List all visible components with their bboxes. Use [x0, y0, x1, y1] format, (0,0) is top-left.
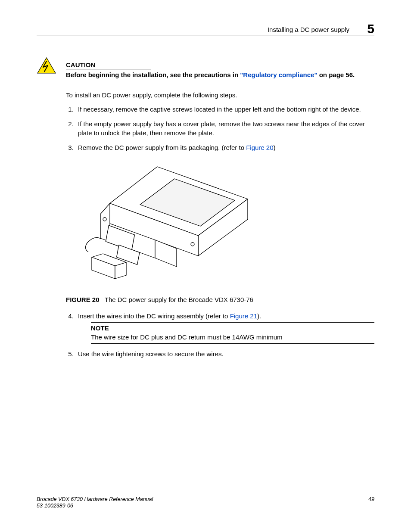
caution-text-after: on page 56. [318, 71, 355, 78]
note-rule-top [91, 322, 374, 323]
chapter-number: 5 [367, 22, 374, 36]
step-3-before: Remove the DC power supply from its pack… [78, 144, 246, 151]
note-label: NOTE [91, 324, 374, 333]
regulatory-compliance-link[interactable]: "Regulatory compliance" [240, 71, 317, 78]
step-4-before: Insert the wires into the DC wiring asse… [78, 312, 230, 320]
svg-marker-0 [37, 58, 56, 73]
caution-block: CAUTION Before beginning the installatio… [37, 61, 374, 78]
warning-icon [37, 57, 56, 74]
note-rule-bottom [91, 343, 374, 344]
page: Installing a DC power supply 5 CAUTION B… [0, 0, 411, 532]
caution-label: CAUTION [66, 61, 151, 69]
running-header: Installing a DC power supply 5 [37, 26, 374, 33]
step-4: Insert the wires into the DC wiring asse… [75, 312, 374, 344]
figure-20-caption: FIGURE 20 The DC power supply for the Br… [66, 296, 374, 303]
header-divider [37, 35, 374, 35]
figure-label: FIGURE 20 [66, 296, 100, 303]
install-steps: If necessary, remove the captive screws … [66, 105, 374, 152]
doc-number: 53-1002389-06 [37, 503, 73, 509]
step-3: Remove the DC power supply from its pack… [75, 143, 374, 152]
figure-20-link[interactable]: Figure 20 [246, 144, 273, 151]
caution-text: Before beginning the installation, see t… [66, 71, 374, 78]
svg-point-13 [103, 218, 106, 221]
note-block: NOTE The wire size for DC plus and DC re… [91, 322, 374, 344]
doc-title: Brocade VDX 6730 Hardware Reference Manu… [37, 496, 153, 502]
intro-paragraph: To install an DC power supply, complete … [66, 91, 374, 99]
step-3-after: ) [274, 144, 276, 151]
page-footer: 49 Brocade VDX 6730 Hardware Reference M… [37, 496, 374, 510]
figure-21-link[interactable]: Figure 21 [230, 312, 257, 320]
install-steps-cont: Insert the wires into the DC wiring asse… [66, 312, 374, 358]
section-title: Installing a DC power supply [268, 26, 349, 33]
note-text: The wire size for DC plus and DC return … [91, 333, 374, 342]
caution-text-before: Before beginning the installation, see t… [66, 71, 240, 78]
step-4-after: ). [257, 312, 261, 320]
figure-caption-text: The DC power supply for the Brocade VDX … [105, 296, 253, 303]
power-supply-diagram [75, 158, 256, 287]
page-number: 49 [368, 496, 374, 503]
figure-20-illustration [75, 158, 256, 287]
step-2: If the empty power supply bay has a cove… [75, 120, 374, 137]
step-5: Use the wire tightening screws to secure… [75, 350, 374, 358]
step-1: If necessary, remove the captive screws … [75, 105, 374, 114]
svg-point-14 [191, 243, 194, 246]
